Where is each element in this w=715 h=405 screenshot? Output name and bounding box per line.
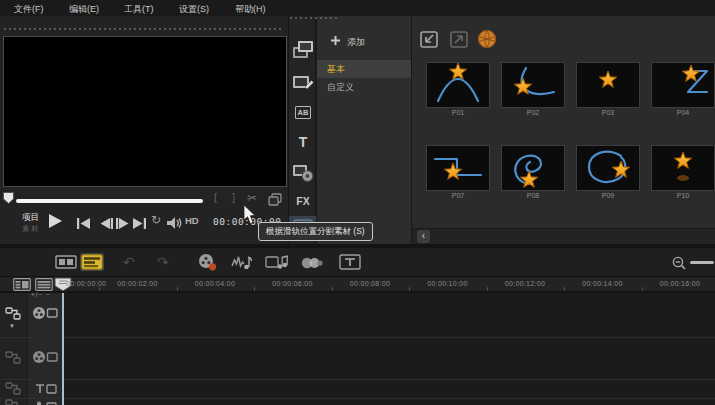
menu-item-5[interactable]: 帮助(H)	[235, 3, 266, 16]
preset-thumbnail-P04[interactable]	[651, 62, 715, 108]
ruler-tick	[332, 287, 333, 291]
ruler-tick	[409, 287, 410, 291]
play-button[interactable]	[48, 213, 63, 229]
ruler-timestamp: 00:00:08:00	[350, 280, 390, 287]
nav-item-media[interactable]	[289, 38, 317, 60]
title-track-icon[interactable]	[33, 382, 57, 396]
add-category-button[interactable]: 添加	[347, 36, 365, 49]
timeline-view-button[interactable]	[80, 253, 104, 271]
timeline-zoom-slider[interactable]	[690, 261, 714, 264]
menu-item-3[interactable]: 工具(T)	[124, 3, 154, 16]
voice-track-lane[interactable]	[64, 398, 715, 405]
category-item-2[interactable]: 自定义	[317, 78, 412, 96]
track-manager-icon[interactable]	[13, 278, 31, 291]
nav-item-instant-project[interactable]	[289, 70, 317, 92]
menu-bar: 文件(F)编辑(E)工具(T)设置(S)帮助(H)	[0, 0, 715, 16]
zoom-out-button[interactable]	[672, 256, 686, 270]
scroll-left-button[interactable]: ‹	[417, 230, 430, 243]
ruler-timestamp: 00:00:00:00	[66, 280, 106, 287]
ruler-tick	[642, 287, 643, 291]
library-content-panel: P01P02P03P04P07P08P09P10 ‹	[411, 16, 715, 244]
ruler-tick	[177, 287, 178, 291]
add-remove-track-buttons[interactable]: +/− −	[31, 291, 51, 298]
video-track-lane[interactable]	[64, 293, 715, 337]
go-to-start-button[interactable]	[77, 218, 90, 229]
panel-grip[interactable]	[4, 28, 284, 30]
nav-item-filter[interactable]: FX	[289, 190, 317, 212]
nav-item-graphic[interactable]	[289, 161, 317, 183]
mark-in-button[interactable]: [	[214, 192, 217, 203]
go-to-end-button[interactable]	[133, 218, 146, 229]
menu-item-4[interactable]: 设置(S)	[179, 3, 209, 16]
panel-grip[interactable]	[290, 17, 338, 19]
voice-track-icon[interactable]	[33, 400, 57, 405]
previous-frame-button[interactable]	[100, 218, 113, 229]
preset-label: P09	[576, 192, 640, 199]
timeline-ruler[interactable]: 00:00:00:0000:00:02:0000:00:04:0000:00:0…	[0, 277, 715, 293]
project-mode-label[interactable]: 项目	[22, 212, 39, 224]
preset-label: P03	[576, 109, 640, 116]
ripple-dropdown-caret[interactable]: ▼	[9, 323, 15, 329]
track-separator	[0, 337, 715, 338]
loop-button[interactable]: ↻	[151, 214, 161, 226]
graphic-icon	[292, 163, 314, 182]
ruler-tick	[99, 287, 100, 291]
title-track-lane[interactable]	[64, 379, 715, 398]
online-content-button[interactable]	[477, 29, 497, 49]
ruler-tick	[487, 287, 488, 291]
preset-thumbnail-P10[interactable]	[651, 145, 715, 191]
preset-thumbnail-P08[interactable]	[501, 145, 565, 191]
video-track-ripple-toggle[interactable]	[5, 307, 21, 320]
timeline-toolbar: ↶↷	[0, 248, 715, 277]
redo-button[interactable]: ↷	[157, 254, 169, 270]
ruler-timestamp: 00:00:02:00	[117, 280, 157, 287]
preset-label: P10	[651, 192, 715, 199]
split-clip-button[interactable]: ✂	[247, 192, 257, 204]
video-track-icon[interactable]	[32, 305, 58, 321]
category-item-1[interactable]: 基本	[317, 60, 412, 78]
preset-thumbnail-P02[interactable]	[501, 62, 565, 108]
ruler-timestamp: 00:00:14:00	[582, 280, 622, 287]
show-all-tracks-icon[interactable]	[35, 278, 53, 291]
hd-toggle[interactable]: HD	[185, 215, 199, 226]
clip-mode-label[interactable]: 素材	[22, 224, 40, 234]
filter-fx-icon: FX	[296, 195, 309, 207]
overlay-track-lane[interactable]	[64, 337, 715, 379]
overlay-track-ripple-toggle[interactable]	[5, 351, 21, 364]
ruler-timestamp: 00:00:04:00	[195, 280, 235, 287]
trim-start-handle[interactable]	[3, 192, 14, 204]
export-path-button[interactable]	[449, 30, 469, 49]
undo-button[interactable]: ↶	[123, 254, 135, 270]
auto-music-button[interactable]	[265, 253, 288, 270]
volume-button[interactable]	[167, 217, 183, 229]
preset-thumbnail-P03[interactable]	[576, 62, 640, 108]
tooltip: 根据滑轨位置分割素材 (S)	[258, 222, 373, 241]
storyboard-view-button[interactable]	[55, 254, 77, 270]
motion-tracking-button[interactable]	[301, 256, 323, 270]
videostudio-window: 文件(F)编辑(E)工具(T)设置(S)帮助(H) [ ] ✂ 项目 素材 ↻ …	[0, 0, 715, 405]
nav-item-title[interactable]: T	[289, 131, 317, 153]
trim-scrubber-bar[interactable]	[16, 199, 203, 203]
import-path-button[interactable]	[419, 30, 439, 49]
preset-thumbnail-P01[interactable]	[426, 62, 490, 108]
mark-out-button[interactable]: ]	[232, 192, 235, 203]
nav-item-transition[interactable]: AB	[289, 101, 317, 123]
preset-thumbnail-P09[interactable]	[576, 145, 640, 191]
mouse-cursor	[243, 205, 259, 226]
ruler-tick	[254, 287, 255, 291]
timeline-playhead-line[interactable]	[62, 293, 64, 405]
preset-thumbnail-P07[interactable]	[426, 145, 490, 191]
transition-ab-icon: AB	[295, 106, 312, 119]
menu-item-1[interactable]: 文件(F)	[14, 3, 44, 16]
menu-item-2[interactable]: 编辑(E)	[69, 3, 99, 16]
enlarge-preview-button[interactable]	[268, 193, 282, 206]
next-frame-button[interactable]	[116, 218, 129, 229]
voice-track-ripple-toggle[interactable]	[5, 399, 21, 405]
overlay-track-icon[interactable]	[32, 349, 58, 365]
library-nav-toolbar: ABTFX	[288, 16, 316, 244]
preset-label: P02	[501, 109, 565, 116]
record-capture-button[interactable]	[197, 253, 217, 271]
sound-mixer-button[interactable]	[231, 254, 252, 271]
subtitle-editor-button[interactable]	[339, 254, 361, 270]
title-track-ripple-toggle[interactable]	[5, 382, 21, 395]
